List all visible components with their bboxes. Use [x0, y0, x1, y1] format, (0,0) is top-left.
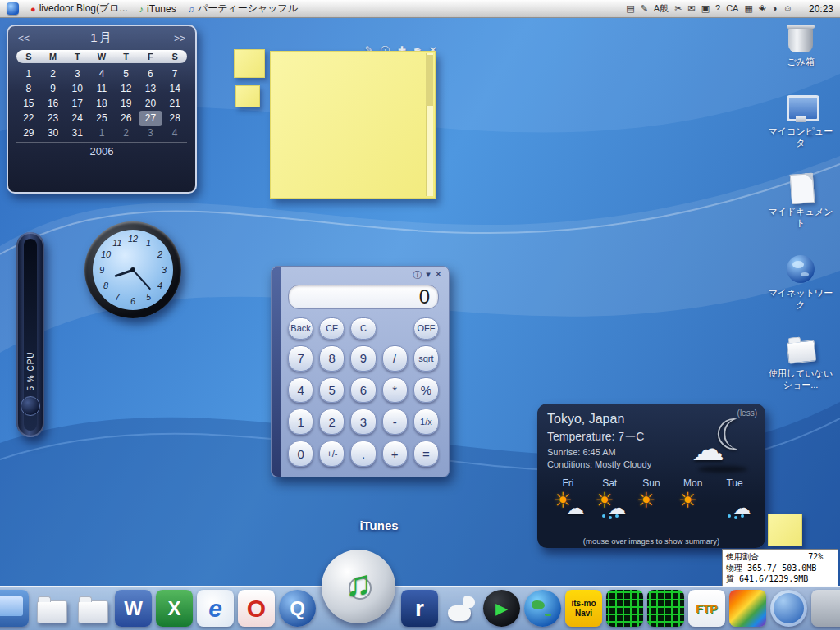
- calendar-day-cell[interactable]: 3: [65, 66, 89, 81]
- calendar-day-cell[interactable]: 20: [139, 96, 163, 111]
- calculator-button[interactable]: -: [382, 409, 408, 435]
- calendar-day-cell[interactable]: 19: [114, 96, 139, 111]
- calculator-widget[interactable]: ⓘ▾✕ 0 BackCECOFF789/sqrt456*%123-1/x0+/-…: [271, 266, 450, 477]
- calculator-button[interactable]: 5: [319, 377, 345, 404]
- dock-blue-swirl[interactable]: [770, 590, 807, 627]
- calendar-day-cell[interactable]: 13: [139, 81, 163, 96]
- calculator-button[interactable]: OFF: [413, 317, 439, 340]
- calendar-day-cell[interactable]: 23: [41, 111, 66, 126]
- calendar-day-cell[interactable]: 9: [41, 81, 66, 96]
- dock-folder-1[interactable]: [33, 590, 70, 627]
- calendar-day-cell[interactable]: 2: [114, 126, 139, 140]
- weather-day-icon[interactable]: [591, 491, 628, 517]
- calendar-day-cell[interactable]: 4: [89, 66, 114, 81]
- icon-trash[interactable]: ごみ箱: [766, 21, 835, 68]
- calendar-day-cell[interactable]: 24: [65, 111, 89, 126]
- calculator-button[interactable]: 1: [288, 409, 313, 435]
- calendar-day-cell[interactable]: 21: [162, 96, 187, 111]
- weather-day-icon[interactable]: [717, 491, 753, 517]
- calendar-day-cell[interactable]: 3: [139, 126, 163, 140]
- dock-finder[interactable]: [0, 590, 29, 627]
- calculator-button[interactable]: 1/x: [413, 409, 439, 435]
- weather-day-icon[interactable]: [633, 491, 669, 517]
- calendar-day-cell[interactable]: 2: [41, 66, 66, 81]
- dock-quicktime[interactable]: Q: [279, 590, 316, 627]
- dock-opera[interactable]: O: [238, 590, 275, 627]
- pen-icon[interactable]: ✎: [641, 4, 648, 13]
- calculator-button[interactable]: 3: [350, 409, 376, 435]
- dock-word[interactable]: W: [115, 590, 152, 627]
- weather-widget[interactable]: (less) Tokyo, Japan Temperature: 7ーC Sun…: [537, 404, 765, 548]
- calendar-day-cell[interactable]: 29: [16, 126, 41, 140]
- ime-indicator[interactable]: A般: [654, 4, 669, 13]
- calendar-widget[interactable]: << 1月 >> SMTWTFS 12345678910111213141516…: [7, 25, 197, 194]
- moon-icon[interactable]: ◑: [772, 4, 778, 13]
- device-icon[interactable]: ▣: [701, 4, 710, 13]
- dock-palette[interactable]: [729, 590, 766, 627]
- calendar-day-cell[interactable]: 7: [162, 66, 187, 81]
- calendar-day-cell[interactable]: 12: [114, 81, 139, 96]
- calendar-next-button[interactable]: >>: [174, 33, 185, 44]
- dock-google-earth[interactable]: [524, 590, 561, 627]
- icon-my-network[interactable]: マイネットワーク: [766, 253, 835, 311]
- calendar-day-cell[interactable]: 25: [89, 111, 114, 126]
- icon-my-computer[interactable]: マイコンピュータ: [766, 91, 835, 149]
- calculator-button[interactable]: sqrt: [413, 345, 439, 372]
- calendar-day-cell[interactable]: 22: [16, 111, 41, 126]
- menu-itunes[interactable]: ♪ iTunes: [139, 3, 176, 15]
- calendar-day-cell[interactable]: 16: [41, 96, 66, 111]
- weather-day-icon[interactable]: [675, 491, 711, 517]
- mail-icon[interactable]: ✉: [687, 4, 695, 13]
- collapse-icon[interactable]: ▾: [426, 269, 431, 281]
- calendar-day-cell[interactable]: 27: [139, 111, 163, 126]
- calculator-button[interactable]: 4: [288, 377, 313, 404]
- cpu-meter-widget[interactable]: 5 % CPU: [16, 232, 44, 437]
- icon-my-documents[interactable]: マイドキュメント: [766, 171, 835, 230]
- calendar-day-cell[interactable]: 5: [114, 66, 139, 81]
- calculator-button[interactable]: 6: [350, 377, 376, 404]
- dock-media-player[interactable]: ▶: [483, 590, 520, 627]
- calculator-button[interactable]: Back: [288, 317, 313, 340]
- calendar-day-cell[interactable]: 4: [162, 126, 187, 140]
- help-icon[interactable]: ?: [715, 4, 720, 13]
- calculator-button[interactable]: 7: [288, 345, 313, 372]
- dock-dog[interactable]: [442, 590, 479, 627]
- note-tab[interactable]: [234, 49, 265, 78]
- calendar-day-cell[interactable]: 15: [16, 96, 41, 111]
- calendar-day-cell[interactable]: 14: [162, 81, 187, 96]
- note-scrollbar[interactable]: [426, 53, 433, 196]
- close-icon[interactable]: ✕: [435, 269, 442, 281]
- icon-unused-shortcuts[interactable]: 使用していないショー...: [766, 333, 835, 391]
- calendar-day-cell[interactable]: 11: [89, 81, 114, 96]
- calculator-button[interactable]: 8: [319, 345, 345, 372]
- menu-party-shuffle[interactable]: ♫ パーティーシャッフル: [188, 2, 299, 16]
- calculator-button[interactable]: 0: [288, 441, 313, 467]
- calculator-button[interactable]: %: [413, 377, 439, 404]
- calendar-prev-button[interactable]: <<: [18, 33, 30, 44]
- calendar-day-cell[interactable]: 18: [89, 96, 114, 111]
- calendar-day-cell[interactable]: 1: [89, 126, 114, 140]
- dock-realplayer[interactable]: r: [401, 590, 438, 627]
- menu-livedoor-blog[interactable]: ● livedoor Blog(ブロ...: [30, 2, 128, 16]
- dock-internet-explorer[interactable]: e: [197, 590, 234, 627]
- calculator-button[interactable]: 2: [319, 409, 345, 435]
- calendar-day-cell[interactable]: 8: [16, 81, 41, 96]
- weather-day-icon[interactable]: [550, 491, 586, 517]
- calendar-day-cell[interactable]: 26: [114, 111, 139, 126]
- calculator-button[interactable]: +/-: [319, 441, 345, 467]
- scissors-icon[interactable]: ✂: [674, 4, 682, 13]
- calculator-button[interactable]: .: [350, 441, 376, 467]
- calendar-day-cell[interactable]: 31: [65, 126, 89, 140]
- note-scrollbar-thumb[interactable]: [426, 55, 433, 106]
- flower-icon[interactable]: ❀: [759, 4, 766, 13]
- note-tab[interactable]: [235, 85, 260, 107]
- calendar-day-cell[interactable]: 17: [65, 96, 89, 111]
- calendar-day-cell[interactable]: 10: [65, 81, 89, 96]
- info-icon[interactable]: ⓘ: [413, 269, 422, 281]
- apple-menu-icon[interactable]: [7, 2, 19, 15]
- dock-itunes[interactable]: ♫: [322, 550, 395, 623]
- analog-clock-widget[interactable]: 121234567891011: [84, 221, 181, 318]
- dock-ftp[interactable]: FTP: [688, 590, 725, 627]
- dock-green-grid-2[interactable]: [647, 590, 684, 627]
- calculator-button[interactable]: CE: [319, 317, 345, 340]
